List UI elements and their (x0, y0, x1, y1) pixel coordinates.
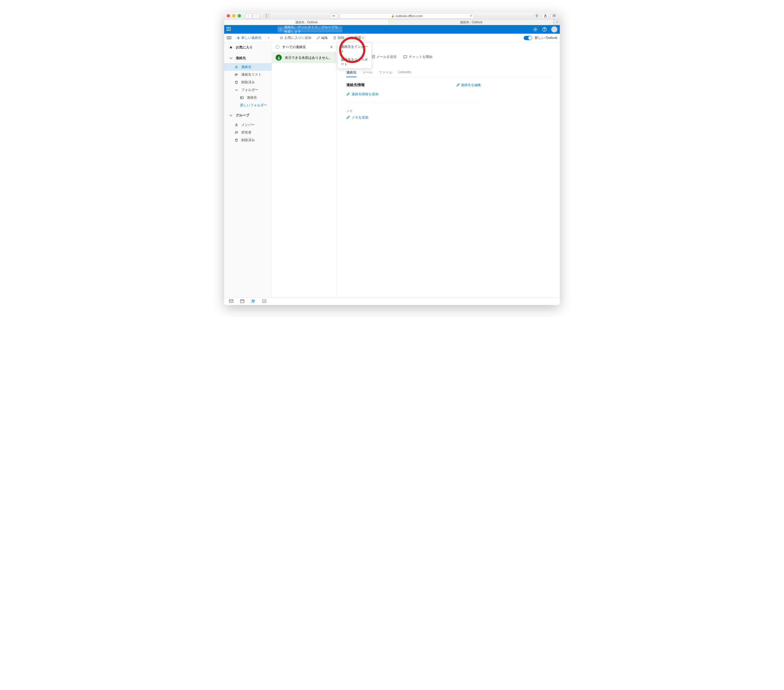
edit-button[interactable]: 編集 (315, 35, 330, 41)
edit-contact-link[interactable]: 連絡先を編集 (456, 83, 481, 87)
select-all-checkbox[interactable] (276, 45, 279, 49)
svg-line-6 (281, 30, 282, 30)
svg-point-16 (235, 132, 236, 132)
import-contacts-item[interactable]: 連絡先をインポート (338, 43, 372, 56)
app-header: 連絡先、ディレクトリ、グループを検索します (224, 25, 560, 34)
contact-list-column: すべての連絡先 ⇅ 表示できる名前はありません。 (272, 42, 336, 298)
left-nav: お気に入り 連絡先 連絡先 連絡先リスト 削除済み フォルダー (224, 42, 272, 298)
forward-button[interactable]: › (253, 13, 259, 19)
maximize-window-icon[interactable] (238, 14, 241, 18)
address-bar[interactable]: 🔒 outlook.office.com ⟳ (339, 13, 474, 19)
pencil-icon (346, 116, 350, 119)
sidebar-toggle-button[interactable] (264, 13, 270, 19)
browser-tab-2[interactable]: 連絡先 - Outlook (389, 20, 554, 25)
pencil-icon (456, 83, 460, 87)
browser-tab-1[interactable]: 連絡先 - Outlook (224, 20, 389, 25)
add-contact-info-link[interactable]: 連絡先情報を追加 (346, 92, 554, 97)
nav-groups-section[interactable]: グループ (224, 112, 272, 119)
svg-point-18 (278, 56, 279, 58)
svg-point-15 (236, 124, 237, 125)
nav-deleted[interactable]: 削除済み (224, 78, 272, 86)
nav-members[interactable]: メンバー (224, 121, 272, 128)
chevron-down-icon (235, 88, 238, 92)
share-button[interactable] (542, 13, 549, 19)
minimize-window-icon[interactable] (232, 14, 236, 18)
contact-row[interactable]: 表示できる名前はありません。 (272, 52, 336, 63)
todo-module-button[interactable] (262, 299, 267, 305)
nav-folder-contacts[interactable]: 連絡先 (224, 94, 272, 101)
tab-contacts[interactable]: 連絡先 (346, 68, 356, 77)
svg-rect-23 (240, 300, 244, 303)
svg-rect-4 (553, 15, 555, 17)
new-outlook-toggle[interactable] (524, 36, 532, 40)
start-chat-button[interactable]: チャットを開始 (404, 54, 432, 59)
plus-icon (236, 36, 240, 40)
calendar-module-button[interactable] (240, 299, 244, 305)
svg-rect-22 (229, 300, 233, 303)
send-mail-button[interactable]: メールを送信 (371, 54, 397, 59)
sidebar-icon (265, 15, 269, 18)
tabs-icon (552, 15, 555, 18)
nav-contacts[interactable]: 連絡先 (224, 63, 272, 71)
person-gear-icon (349, 36, 353, 40)
export-contacts-item[interactable]: 連絡先をエクスポート (338, 56, 372, 68)
back-button[interactable]: ‹ (245, 13, 252, 19)
close-window-icon[interactable] (227, 14, 230, 18)
add-to-favorites-button[interactable]: お気に入りに追加 (278, 35, 313, 41)
mail-module-button[interactable] (229, 299, 233, 305)
svg-point-9 (352, 38, 353, 39)
member-icon (235, 123, 238, 127)
detail-tabs: 連絡先 メール ファイル LinkedIn (346, 68, 554, 77)
sort-arrow-icon[interactable]: ⇅ (330, 45, 333, 49)
svg-point-10 (236, 66, 237, 67)
search-input[interactable]: 連絡先、ディレクトリ、グループを検索します (277, 26, 343, 33)
reload-icon[interactable]: ⟳ (470, 14, 472, 18)
search-icon (279, 28, 282, 31)
help-icon[interactable] (542, 27, 547, 32)
trash-icon (235, 138, 238, 142)
nav-deleted-groups[interactable]: 削除済み (224, 136, 272, 144)
nav-contact-list[interactable]: 連絡先リスト (224, 71, 272, 78)
nav-toggle-button[interactable] (227, 36, 232, 39)
site-settings-button[interactable]: ••• (330, 13, 338, 19)
person-avatar-icon (276, 54, 282, 61)
tab-linkedin[interactable]: LinkedIn (399, 68, 411, 77)
svg-point-8 (350, 37, 352, 38)
new-tab-button[interactable]: + (554, 20, 560, 25)
chevron-down-icon (229, 114, 233, 117)
star-icon (280, 36, 283, 40)
contact-info-title: 連絡先情報 (346, 82, 365, 87)
tabs-overview-button[interactable] (551, 13, 557, 19)
svg-point-28 (254, 300, 255, 301)
new-contact-button[interactable]: 新しい連絡先 (235, 35, 264, 41)
new-contact-split-button[interactable]: ▾ (267, 36, 270, 40)
list-header[interactable]: すべての連絡先 ⇅ (272, 42, 336, 52)
app-launcher-icon[interactable] (227, 27, 232, 32)
svg-point-11 (235, 74, 236, 75)
delete-button[interactable]: 削除 (331, 35, 346, 41)
chevron-down-icon: ▾ (362, 36, 364, 39)
people-module-button[interactable] (251, 299, 255, 305)
detail-pane: メールを送信 チャットを開始 連絡先 メール ファイル LinkedIn 連絡先… (336, 42, 560, 298)
browser-tabs: 連絡先 - Outlook 連絡先 - Outlook + (224, 20, 560, 25)
owner-icon (235, 131, 238, 135)
tab-files[interactable]: ファイル (379, 68, 392, 77)
tab-mail[interactable]: メール (362, 68, 373, 77)
add-memo-link[interactable]: メモを追加 (346, 115, 554, 120)
new-outlook-label: 新しい Outlook (535, 36, 557, 40)
downloads-button[interactable] (534, 13, 540, 19)
nav-folders[interactable]: フォルダー (224, 86, 272, 94)
nav-contacts-section[interactable]: 連絡先 (224, 54, 272, 62)
nav-owners[interactable]: 所有者 (224, 128, 272, 136)
traffic-lights (227, 14, 241, 18)
chevron-down-icon: ▾ (268, 36, 269, 39)
person-icon (235, 65, 238, 69)
manage-button[interactable]: 管理 ▾ (348, 35, 366, 41)
nav-new-folder[interactable]: 新しいフォルダー (224, 101, 272, 109)
account-avatar[interactable] (551, 26, 557, 33)
settings-icon[interactable] (533, 27, 538, 32)
trash-icon (235, 81, 238, 84)
nav-favorites[interactable]: お気に入り (224, 43, 272, 51)
share-icon (544, 15, 547, 18)
people-icon (235, 73, 238, 77)
